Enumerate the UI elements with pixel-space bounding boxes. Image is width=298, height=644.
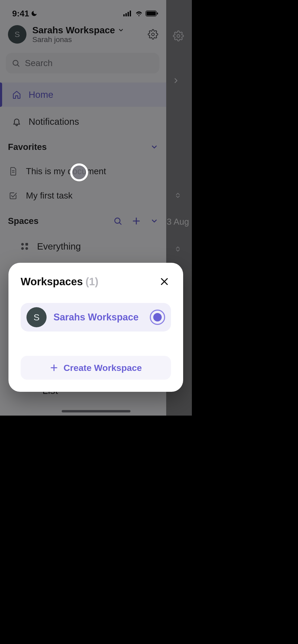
plus-icon [50,364,58,372]
workspaces-modal: Workspaces (1) S Sarahs Workspace Create… [8,263,183,392]
modal-count: (1) [85,276,98,288]
workspace-name: Sarahs Workspace [53,312,139,323]
create-workspace-button[interactable]: Create Workspace [21,356,171,380]
modal-title: Workspaces [21,276,83,288]
avatar: S [26,307,47,327]
close-button[interactable] [158,275,171,288]
radio-selected-icon [150,310,165,325]
touch-indicator [70,163,88,181]
close-icon [159,277,169,287]
home-indicator[interactable] [62,410,130,412]
workspace-option[interactable]: S Sarahs Workspace [21,303,171,332]
